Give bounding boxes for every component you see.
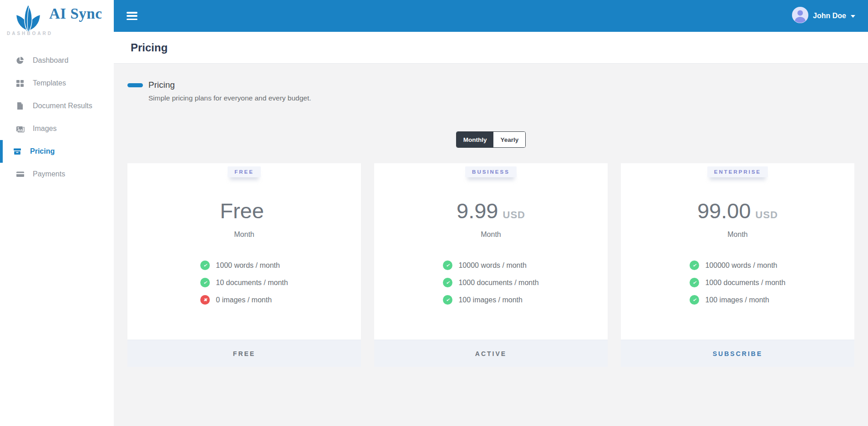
free-plan-button[interactable]: FREE	[127, 340, 361, 367]
sidebar-item-label: Payments	[33, 170, 65, 178]
plan-price: 99.00	[697, 198, 751, 223]
topbar: John Doe	[114, 0, 868, 32]
pricing-card-free: FREE Free Month ✔✖ 1000 words / month ✔✖	[127, 163, 361, 367]
app: AI Sync DASHBOARD Dashboard Templates	[0, 0, 868, 426]
feature-item: ✔✖ 100 images / month	[443, 295, 538, 305]
user-name: John Doe	[813, 12, 846, 20]
sidebar-item-label: Dashboard	[33, 56, 68, 65]
check-icon: ✔✖	[443, 278, 452, 287]
feature-text: 100000 words / month	[705, 261, 777, 270]
feature-item: ✔✖ 100 images / month	[690, 295, 785, 305]
active-plan-button[interactable]: ACTIVE	[374, 340, 608, 367]
cross-icon: ✔✖	[200, 295, 210, 305]
feature-item: ✔✖ 100000 words / month	[690, 261, 785, 270]
feature-item: ✔✖ 0 images / month	[200, 295, 288, 305]
pricing-card-business: BUSINESS 9.99 USD Month ✔✖ 10000 words /…	[374, 163, 608, 367]
billing-toggle-wrap: Monthly Yearly	[114, 131, 868, 148]
grid-icon	[15, 79, 25, 88]
check-icon: ✔✖	[690, 295, 699, 305]
price-row: 9.99 USD	[457, 198, 525, 223]
toggle-yearly-button[interactable]: Yearly	[493, 132, 525, 147]
feature-item: ✔✖ 1000 documents / month	[690, 278, 785, 287]
pie-chart-icon	[15, 56, 25, 65]
feature-text: 10000 words / month	[458, 261, 526, 270]
plan-price: 9.99	[457, 198, 498, 223]
feature-list: ✔✖ 100000 words / month ✔✖ 1000 document…	[690, 261, 785, 312]
sidebar-item-dashboard[interactable]: Dashboard	[0, 49, 114, 72]
section-subtitle: Simple pricing plans for everyone and ev…	[148, 94, 868, 102]
check-icon: ✔✖	[690, 278, 699, 287]
sidebar-nav: Dashboard Templates Document Results Ima…	[0, 49, 114, 185]
check-icon: ✔✖	[200, 278, 210, 287]
images-icon	[15, 124, 25, 133]
plan-currency: USD	[756, 209, 778, 221]
subscribe-button[interactable]: SUBSCRIBE	[621, 340, 854, 367]
feature-item: ✔✖ 1000 documents / month	[443, 278, 538, 287]
user-menu[interactable]: John Doe	[792, 7, 855, 25]
feature-list: ✔✖ 10000 words / month ✔✖ 1000 documents…	[443, 261, 538, 312]
feature-text: 100 images / month	[458, 296, 523, 304]
pricing-card-enterprise: ENTERPRISE 99.00 USD Month ✔✖ 100000 wor…	[621, 163, 854, 367]
page-header: Pricing	[114, 32, 868, 64]
chevron-down-icon	[851, 15, 855, 18]
price-row: 99.00 USD	[697, 198, 778, 223]
plan-period: Month	[481, 231, 501, 239]
sidebar-item-label: Images	[33, 125, 56, 133]
feature-item: ✔✖ 10000 words / month	[443, 261, 538, 270]
feature-text: 1000 documents / month	[458, 279, 538, 287]
sidebar-item-label: Templates	[33, 79, 66, 87]
plan-badge: BUSINESS	[465, 166, 517, 177]
document-icon	[15, 101, 25, 110]
feature-text: 10 documents / month	[216, 279, 288, 287]
avatar	[792, 7, 808, 25]
archive-box-icon	[13, 147, 22, 156]
feature-text: 100 images / month	[705, 296, 769, 304]
feature-text: 1000 words / month	[216, 261, 280, 270]
check-icon: ✔✖	[443, 261, 452, 270]
billing-toggle: Monthly Yearly	[456, 131, 526, 148]
card-footer: FREE	[127, 340, 361, 367]
plan-period: Month	[727, 231, 747, 239]
card-footer: ACTIVE	[374, 340, 608, 367]
sidebar: AI Sync DASHBOARD Dashboard Templates	[0, 0, 114, 426]
brand-name: AI Sync	[49, 5, 102, 22]
check-icon: ✔✖	[200, 261, 210, 270]
sidebar-item-label: Pricing	[30, 147, 55, 155]
feature-item: ✔✖ 10 documents / month	[200, 278, 288, 287]
feature-text: 1000 documents / month	[705, 279, 785, 287]
sidebar-item-templates[interactable]: Templates	[0, 72, 114, 95]
accent-dash	[127, 83, 143, 87]
plan-badge: ENTERPRISE	[707, 166, 768, 177]
sidebar-item-document-results[interactable]: Document Results	[0, 95, 114, 117]
feature-item: ✔✖ 1000 words / month	[200, 261, 288, 270]
section-title: Pricing	[148, 80, 175, 90]
content: Pricing Simple pricing plans for everyon…	[114, 80, 868, 426]
toggle-monthly-button[interactable]: Monthly	[457, 132, 494, 147]
card-footer: SUBSCRIBE	[621, 340, 854, 367]
section-header: Pricing	[127, 80, 868, 90]
page-title: Pricing	[131, 41, 168, 54]
feature-list: ✔✖ 1000 words / month ✔✖ 10 documents / …	[200, 261, 288, 312]
check-icon: ✔✖	[443, 295, 452, 305]
sidebar-item-images[interactable]: Images	[0, 117, 114, 140]
hamburger-menu-icon[interactable]	[127, 12, 137, 20]
feature-text: 0 images / month	[216, 296, 272, 304]
sidebar-item-label: Document Results	[33, 102, 92, 110]
sidebar-item-pricing[interactable]: Pricing	[0, 140, 114, 163]
plan-period: Month	[234, 231, 254, 239]
plan-badge: FREE	[228, 166, 261, 177]
brand-tagline: DASHBOARD	[7, 31, 53, 36]
plan-price: Free	[220, 198, 264, 223]
check-icon: ✔✖	[690, 261, 699, 270]
sidebar-item-payments[interactable]: Payments	[0, 163, 114, 185]
pricing-cards: FREE Free Month ✔✖ 1000 words / month ✔✖	[127, 163, 854, 367]
credit-card-icon	[15, 170, 25, 179]
price-row: Free	[220, 198, 269, 223]
brand: AI Sync DASHBOARD	[0, 0, 114, 40]
plan-currency: USD	[503, 209, 525, 221]
main-area: John Doe Pricing Pricing Simple pricing …	[114, 0, 868, 426]
